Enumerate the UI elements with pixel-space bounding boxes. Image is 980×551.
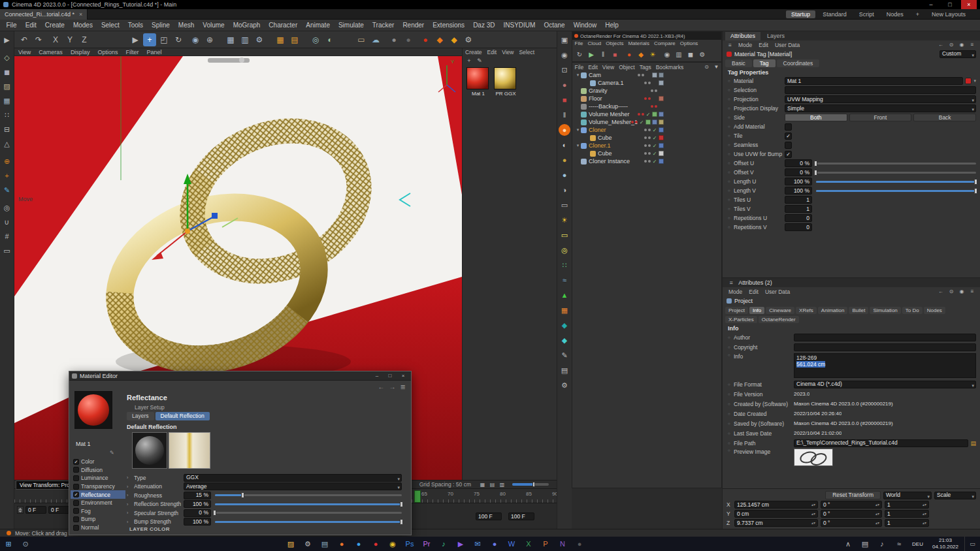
tab-default-reflection[interactable]: Default Reflection — [155, 412, 210, 420]
menu-extensions[interactable]: Extensions — [429, 22, 469, 29]
tab-x-particles[interactable]: X-Particles — [725, 316, 757, 323]
tag-icon[interactable] — [659, 159, 664, 164]
menu-cameras[interactable]: Cameras — [35, 48, 67, 55]
length-u-slider[interactable] — [816, 181, 976, 183]
recorder-icon[interactable]: ● — [572, 537, 587, 550]
oct-glossy-icon[interactable]: ● — [559, 154, 570, 166]
stepper-icon[interactable]: ▴▾ — [875, 520, 879, 527]
keyframe-dot[interactable]: ○ — [728, 449, 734, 452]
menu-user-data[interactable]: User Data — [772, 42, 803, 48]
projection-dropdown[interactable]: UVW Mapping▾ — [785, 95, 976, 103]
menu-create[interactable]: Create — [41, 22, 69, 29]
octane-play-icon[interactable]: ▶ — [586, 50, 596, 60]
frame-end-field[interactable]: 100 F — [476, 512, 502, 520]
stepper-icon[interactable]: ▴▾ — [923, 511, 926, 518]
menu-volume[interactable]: Volume — [199, 22, 229, 29]
octane-flame-icon[interactable]: ◆ — [636, 50, 646, 60]
channel-bump[interactable]: Bump — [71, 515, 125, 524]
oct-portal-icon[interactable]: ▭ — [559, 199, 570, 211]
keyframe-dot[interactable]: ○ — [728, 422, 734, 426]
link-arrows-icon[interactable]: ▾ — [973, 78, 976, 84]
channel-checkbox[interactable] — [73, 500, 79, 506]
display-lines-icon[interactable]: ● — [402, 33, 415, 46]
window-minimize-button[interactable]: – — [372, 373, 382, 379]
nav-menu-icon[interactable]: ≣ — [400, 383, 406, 390]
render-view-button[interactable]: ▦ — [224, 33, 237, 46]
tag-icon[interactable] — [659, 80, 664, 86]
object-row-cube[interactable]: Cube✓ — [572, 150, 721, 157]
simulate-menu-icon[interactable]: ◎ — [309, 33, 322, 46]
last-tool-button[interactable]: ◉ — [189, 33, 202, 46]
stepper-icon[interactable]: ▴▾ — [923, 501, 926, 509]
tag-icon[interactable] — [645, 119, 651, 125]
premiere-icon[interactable]: Pr — [419, 537, 434, 550]
channel-luminance[interactable]: Luminance — [71, 474, 125, 482]
editor-enable-dot[interactable] — [638, 74, 640, 76]
material-name[interactable]: Mat 1 — [76, 441, 91, 447]
oct-viewport-icon[interactable]: ▣ — [559, 34, 570, 46]
render-enable-dot[interactable] — [648, 160, 651, 163]
side-back-button[interactable]: Back — [913, 114, 976, 121]
rotate-tool[interactable]: ↻ — [172, 33, 185, 46]
tag-icon[interactable] — [652, 72, 657, 78]
mail-icon[interactable]: ✉ — [470, 537, 485, 550]
material-slot-pr-ggx[interactable]: PR GGX — [494, 67, 517, 97]
material-editor-titlebar[interactable]: Material Editor – □ × — [69, 371, 411, 381]
oct-grid-icon[interactable]: ▦ — [559, 304, 570, 316]
scale-y-field[interactable]: 1▴▾ — [885, 510, 929, 518]
keyframe-dot[interactable]: ○ — [728, 392, 734, 396]
channel-checkbox[interactable] — [73, 508, 79, 514]
menu-character[interactable]: Character — [265, 22, 302, 29]
enable-axis-icon[interactable]: ⊕ — [1, 155, 13, 167]
menu-bookmarks[interactable]: Bookmarks — [653, 64, 686, 71]
panel-menu-icon[interactable]: ≡ — [968, 288, 977, 295]
tray-expand-icon[interactable]: ∧ — [840, 537, 856, 550]
stepper-icon[interactable]: ▴▾ — [923, 520, 926, 527]
editor-enable-dot[interactable] — [644, 160, 647, 163]
generator-check-icon[interactable]: ✓ — [652, 127, 657, 133]
tab-cineware[interactable]: Cineware — [766, 307, 794, 314]
redo-icon[interactable]: ↷ — [32, 33, 45, 46]
menu-simulate[interactable]: Simulate — [334, 22, 368, 29]
menu-daz-3d[interactable]: Daz 3D — [469, 22, 499, 29]
add-material-checkbox[interactable] — [785, 123, 792, 131]
object-row-cloner-instance[interactable]: Cloner Instance✓ — [572, 157, 721, 165]
oct-region-icon[interactable]: ⊡ — [559, 64, 570, 76]
tag-icon[interactable] — [652, 119, 657, 125]
stepper-icon[interactable]: ▴▾ — [811, 511, 815, 518]
oct-sheet-icon[interactable]: ▤ — [559, 364, 570, 376]
object-row-backup[interactable]: -----Backup----- — [572, 102, 721, 110]
oct-daylight-icon[interactable]: ☀ — [559, 214, 570, 226]
use-uvw-for-bump-checkbox[interactable]: ✓ — [785, 151, 792, 158]
preset-dropdown[interactable]: Custom▾ — [939, 50, 976, 58]
position-x-field[interactable]: 125.1457 cm▴▾ — [734, 501, 818, 509]
edit-material-icon[interactable]: ✎ — [475, 57, 484, 65]
object-row-cloner-1[interactable]: ▾Cloner.1✓ — [572, 142, 721, 150]
specular-strength-slider[interactable] — [215, 512, 402, 514]
keyframe-dot[interactable]: ○ — [728, 189, 734, 193]
tab-tag[interactable]: Tag — [753, 59, 776, 67]
keyframe-dot[interactable]: ○ — [728, 88, 734, 92]
keyframe-dot[interactable]: ○ — [728, 106, 734, 110]
rotation-z-field[interactable]: 0 °▴▾ — [821, 519, 882, 527]
tray-network-icon[interactable]: ≈ — [891, 537, 907, 550]
quantize-icon[interactable]: # — [1, 230, 13, 242]
menu-options[interactable]: Options — [93, 48, 122, 55]
slider-knob[interactable] — [241, 492, 244, 498]
side-front-button[interactable]: Front — [849, 114, 912, 121]
octane-light-icon[interactable]: ☀ — [647, 50, 658, 60]
editor-enable-dot[interactable] — [651, 89, 653, 92]
axis-z-lock-button[interactable]: Z — [78, 33, 91, 46]
position-y-field[interactable]: 0 cm▴▾ — [734, 510, 818, 518]
render-picture-viewer-button[interactable]: ▥ — [238, 33, 252, 46]
search-icon[interactable]: ⊙ — [947, 41, 956, 48]
keyframe-dot[interactable]: ○ — [728, 198, 734, 202]
generator-check-icon[interactable]: ✓ — [639, 119, 644, 125]
generator-check-icon[interactable]: ✓ — [652, 159, 657, 165]
expand-caret-icon[interactable]: › — [127, 511, 131, 515]
live-selection-tool[interactable]: ▶ — [129, 33, 142, 46]
keyframe-dot[interactable]: ○ — [728, 412, 734, 416]
text-field[interactable] — [785, 86, 976, 94]
menu-edit[interactable]: Edit — [485, 48, 500, 56]
render-enable-dot[interactable] — [648, 152, 651, 155]
